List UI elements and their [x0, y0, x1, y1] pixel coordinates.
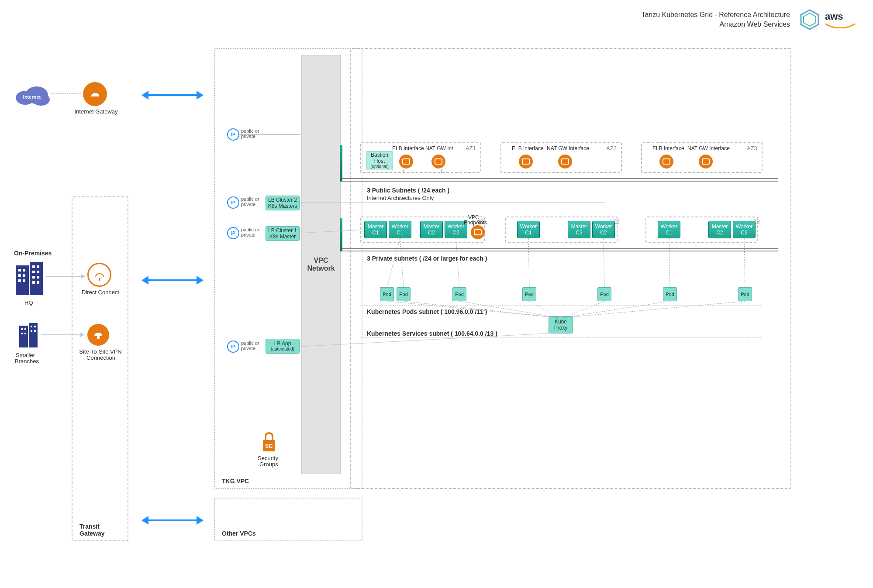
hq-building-icon — [15, 262, 45, 297]
svg-rect-6 — [16, 265, 29, 295]
az1-elb-icon — [399, 155, 413, 168]
lb-app-box: LB App(automated) — [266, 339, 300, 354]
svg-rect-31 — [34, 330, 36, 332]
svg-marker-38 — [80, 333, 85, 337]
svg-rect-24 — [21, 328, 23, 330]
svg-text:SG: SG — [265, 443, 273, 449]
aws-smile-icon — [825, 23, 856, 28]
svg-rect-44 — [562, 159, 569, 164]
pod-4: Pod — [522, 287, 536, 301]
az3-worker-c1: WorkerC1 — [658, 221, 680, 238]
vpc-label1: VPC — [302, 257, 340, 265]
pod-2: Pod — [397, 287, 411, 301]
branch-building-icon — [17, 323, 39, 349]
aws-text: aws — [825, 11, 856, 22]
svg-rect-23 — [29, 323, 38, 347]
header-text: Tanzu Kubernetes Grid - Reference Archit… — [641, 10, 790, 30]
svg-rect-43 — [522, 159, 529, 164]
svg-rect-14 — [32, 265, 35, 268]
s2s-vpn-label2: Connection — [86, 354, 116, 361]
svg-rect-29 — [34, 326, 36, 327]
svg-rect-13 — [23, 279, 25, 282]
security-group-icon: SG — [260, 432, 278, 453]
svg-rect-41 — [403, 159, 410, 164]
header: Tanzu Kubernetes Grid - Reference Archit… — [641, 9, 856, 31]
svg-rect-21 — [37, 281, 39, 284]
svg-marker-36 — [81, 274, 86, 279]
az1-nat-label: NAT GW Int — [425, 146, 453, 151]
onprem-label: On-Premises — [12, 250, 53, 257]
svg-rect-45 — [663, 159, 670, 164]
az1-worker-c1: WorkerC1 — [389, 221, 411, 238]
svg-rect-25 — [24, 328, 26, 330]
public-subnets-label: 3 Public Subnets ( /24 each ) — [365, 187, 451, 194]
svg-rect-34 — [97, 335, 100, 339]
svg-marker-1 — [804, 13, 816, 26]
header-title: Tanzu Kubernetes Grid - Reference Archit… — [641, 10, 790, 20]
svg-rect-26 — [21, 333, 23, 334]
svg-rect-7 — [30, 262, 43, 295]
public-subnets-label2: Internet Architectures Only — [365, 195, 435, 201]
svg-rect-28 — [31, 326, 32, 327]
header-subtitle: Amazon Web Services — [641, 20, 790, 29]
az2-pub-label: AZ2 — [606, 145, 617, 151]
az2-nat-label: NAT GW Interface — [547, 146, 589, 151]
svg-rect-27 — [24, 333, 26, 334]
tanzu-hex-icon — [799, 9, 821, 31]
pods-subnet-line — [360, 306, 762, 306]
az3-worker-c2: WorkerC2 — [733, 221, 756, 238]
az1-pub-label: AZ1 — [466, 145, 476, 151]
branches-label2: Branches — [15, 358, 39, 365]
pod-7: Pod — [738, 287, 752, 301]
svg-rect-30 — [31, 330, 32, 332]
az2-worker-c2: WorkerC2 — [592, 221, 615, 238]
svg-rect-15 — [37, 265, 39, 268]
region-box — [350, 48, 791, 489]
pods-subnet-label: Kubernetes Pods subnet ( 100.96.0.0 /11 … — [365, 308, 489, 315]
az2-worker-c1: WorkerC1 — [517, 221, 540, 238]
svg-rect-47 — [474, 230, 481, 235]
az3-nat-label: NAT GW Interface — [687, 146, 730, 151]
az3-nat-icon — [699, 155, 713, 168]
az2-elb-label: ELB Interface — [512, 146, 544, 151]
branch-s2s-line — [41, 333, 85, 337]
svg-rect-8 — [18, 269, 21, 272]
az2-elb-icon — [519, 155, 533, 168]
pod-3: Pod — [452, 287, 466, 301]
other-vpcs-box: Other VPCs — [214, 498, 362, 541]
svg-rect-12 — [18, 279, 21, 282]
internet-gateway-icon — [83, 82, 107, 106]
pod-6: Pod — [663, 287, 677, 301]
vpcend2: Endpoints — [464, 220, 487, 226]
aws-logo: aws — [825, 11, 856, 28]
ip-badge-4: IP — [227, 340, 239, 353]
internet-cloud-icon: Internet — [12, 82, 52, 108]
direct-connect-icon — [87, 263, 111, 287]
az3-master-c2: MasterC2 — [708, 221, 731, 238]
logo-box: aws — [799, 9, 856, 31]
az2-nat-icon — [558, 155, 572, 168]
services-subnet-label: Kubernetes Services subnet ( 100.64.0.0 … — [365, 330, 499, 337]
az3-elb-icon — [659, 155, 673, 168]
svg-rect-42 — [435, 159, 442, 164]
bastion-host-box: BastionHost(optional) — [366, 151, 393, 170]
svg-rect-11 — [23, 274, 25, 277]
az1-elb-label: ELB Interface — [392, 146, 424, 151]
services-subnet-line — [360, 337, 762, 337]
lb-cluster1-box: LB Cluster 1K8s Master — [266, 226, 300, 241]
az1-master-c1: MasterC1 — [364, 221, 387, 238]
arrow-transit-tkg — [144, 279, 201, 281]
tkg-vpc-label: TKG VPC — [220, 478, 251, 485]
vpc-label2: Network — [302, 265, 340, 272]
kube-proxy-box: KubeProxy — [549, 316, 573, 334]
internet-gateway-label: Internet Gateway — [74, 108, 118, 115]
svg-rect-46 — [702, 159, 709, 164]
vpc-endpoints-icon — [471, 225, 485, 239]
az3-elb-label: ELB Interface — [652, 146, 684, 151]
transit-gateway-label: Transit Gateway — [78, 523, 128, 537]
private-bracket — [340, 218, 342, 251]
pod-1: Pod — [380, 287, 394, 301]
private-subnets-label: 3 Private subnets ( /24 or larger for ea… — [365, 255, 489, 262]
other-vpcs-label: Other VPCs — [220, 530, 258, 537]
az2-master-c2: MasterC2 — [568, 221, 590, 238]
